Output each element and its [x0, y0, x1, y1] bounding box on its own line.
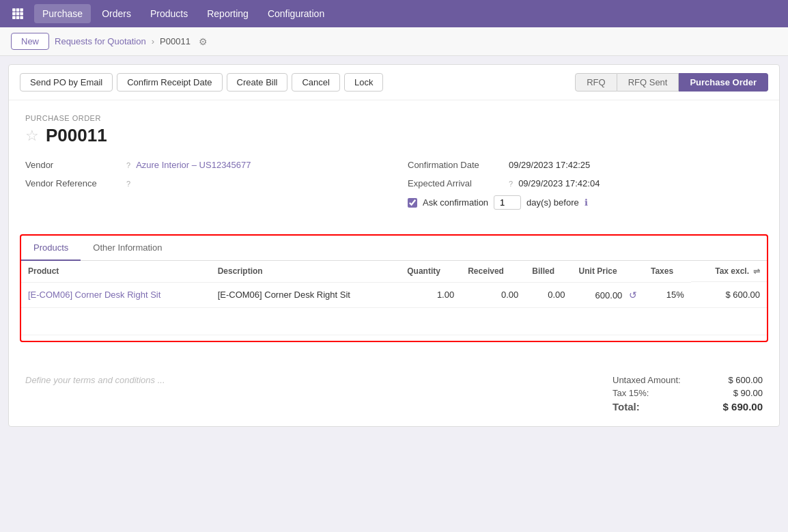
- ask-confirmation-row: Ask confirmation 1 day(s) before ℹ: [408, 195, 763, 210]
- cell-quantity: 1.00: [400, 282, 461, 307]
- svg-rect-1: [16, 8, 20, 12]
- doc-title-row: ☆ P00011: [25, 125, 763, 146]
- svg-rect-7: [16, 16, 20, 19]
- nav-item-purchase[interactable]: Purchase: [34, 4, 91, 23]
- total-label: Total:: [613, 401, 640, 412]
- step-rfq-sent[interactable]: RFQ Sent: [617, 73, 679, 92]
- nav-item-reporting[interactable]: Reporting: [199, 4, 257, 23]
- action-buttons-group: Send PO by Email Confirm Receipt Date Cr…: [20, 73, 383, 92]
- right-fields: Confirmation Date 09/29/2023 17:42:25 Ex…: [408, 160, 763, 210]
- totals-block: Untaxed Amount: $ 600.00 Tax 15%: $ 90.0…: [613, 375, 763, 415]
- confirmation-date-row: Confirmation Date 09/29/2023 17:42:25: [408, 160, 763, 170]
- breadcrumb-bar: New Requests for Quotation › P00011 ⚙: [0, 27, 788, 56]
- days-before-label: day(s) before: [526, 197, 579, 208]
- left-fields: Vendor ? Azure Interior – US12345677 Ven…: [25, 160, 380, 210]
- vendor-ref-help-icon[interactable]: ?: [126, 180, 130, 188]
- breadcrumb-parent[interactable]: Requests for Quotation: [55, 36, 146, 46]
- terms-placeholder: Define your terms and conditions ...: [25, 375, 165, 385]
- step-rfq[interactable]: RFQ: [575, 73, 617, 92]
- vendor-ref-label: Vendor Reference: [25, 178, 121, 188]
- column-settings-icon[interactable]: ⇌: [753, 266, 760, 276]
- tabs-header: Products Other Information: [21, 236, 767, 261]
- step-purchase-order[interactable]: Purchase Order: [679, 73, 768, 92]
- cell-unit-price: 600.00 ↺: [572, 282, 644, 307]
- ask-confirmation-label: Ask confirmation: [423, 197, 488, 208]
- untaxed-label: Untaxed Amount:: [613, 375, 681, 385]
- expected-arrival-row: Expected Arrival ? 09/29/2023 17:42:04: [408, 178, 763, 188]
- svg-rect-0: [12, 8, 16, 12]
- svg-rect-5: [20, 12, 23, 16]
- tax-label: Tax 15%:: [613, 388, 649, 398]
- col-header-taxes: Taxes: [644, 261, 691, 282]
- svg-rect-2: [20, 8, 23, 12]
- send-po-button[interactable]: Send PO by Email: [20, 73, 113, 92]
- lock-button[interactable]: Lock: [344, 73, 383, 92]
- svg-rect-3: [12, 12, 16, 16]
- cell-billed: 0.00: [525, 282, 572, 307]
- tab-products[interactable]: Products: [21, 236, 81, 261]
- app-grid-icon[interactable]: [8, 4, 27, 23]
- cell-tax-excl: $ 600.00: [691, 282, 767, 307]
- new-button[interactable]: New: [11, 33, 49, 50]
- favorite-star-icon[interactable]: ☆: [25, 127, 39, 145]
- ask-confirmation-checkbox[interactable]: [408, 198, 417, 208]
- form-fields-grid: Vendor ? Azure Interior – US12345677 Ven…: [25, 160, 763, 210]
- cell-description: [E-COM06] Corner Desk Right Sit: [211, 282, 401, 307]
- cell-product[interactable]: [E-COM06] Corner Desk Right Sit: [21, 282, 211, 307]
- table-row: [E-COM06] Corner Desk Right Sit [E-COM06…: [21, 282, 767, 307]
- svg-rect-8: [20, 16, 23, 19]
- col-header-received: Received: [461, 261, 525, 282]
- ask-confirmation-days-input[interactable]: 1: [494, 195, 521, 210]
- content-spacer: [9, 353, 779, 364]
- nav-item-orders[interactable]: Orders: [94, 4, 139, 23]
- expected-arrival-value[interactable]: 09/29/2023 17:42:04: [518, 178, 600, 188]
- totals-tax-row: Tax 15%: $ 90.00: [613, 388, 763, 398]
- col-header-billed: Billed: [525, 261, 572, 282]
- confirm-receipt-button[interactable]: Confirm Receipt Date: [117, 73, 222, 92]
- table-spacer-row: [21, 307, 767, 335]
- tabs-section: Products Other Information Product Descr…: [20, 234, 768, 342]
- products-tab-content: Product Description Quantity Received Bi…: [21, 261, 767, 341]
- products-table: Product Description Quantity Received Bi…: [21, 261, 767, 335]
- tab-other-information[interactable]: Other Information: [81, 236, 174, 261]
- vendor-label: Vendor: [25, 160, 121, 170]
- vendor-field-row: Vendor ? Azure Interior – US12345677: [25, 160, 380, 170]
- cell-taxes: 15%: [644, 282, 691, 307]
- top-navigation: Purchase Orders Products Reporting Confi…: [0, 0, 788, 27]
- main-content-card: Send PO by Email Confirm Receipt Date Cr…: [8, 64, 780, 427]
- totals-total-row: Total: $ 690.00: [613, 401, 763, 412]
- cancel-button[interactable]: Cancel: [292, 73, 339, 92]
- cell-received: 0.00: [461, 282, 525, 307]
- vendor-value[interactable]: Azure Interior – US12345677: [136, 160, 251, 170]
- expected-arrival-label: Expected Arrival: [408, 178, 503, 188]
- create-bill-button[interactable]: Create Bill: [227, 73, 288, 92]
- settings-gear-icon[interactable]: ⚙: [199, 36, 208, 47]
- col-header-description: Description: [211, 261, 401, 282]
- terms-area[interactable]: Define your terms and conditions ...: [25, 375, 165, 385]
- breadcrumb-separator: ›: [152, 36, 154, 46]
- nav-item-products[interactable]: Products: [142, 4, 196, 23]
- tax-value: $ 90.00: [733, 388, 763, 398]
- total-value: $ 690.00: [723, 401, 763, 412]
- vendor-ref-field-row: Vendor Reference ?: [25, 178, 380, 188]
- totals-untaxed-row: Untaxed Amount: $ 600.00: [613, 375, 763, 385]
- col-header-product: Product: [21, 261, 211, 282]
- expected-arrival-help-icon[interactable]: ?: [509, 180, 513, 188]
- table-header-row: Product Description Quantity Received Bi…: [21, 261, 767, 282]
- col-header-tax-excl: Tax excl. ⇌: [691, 261, 767, 282]
- action-bar: Send PO by Email Confirm Receipt Date Cr…: [9, 65, 779, 100]
- svg-rect-6: [12, 16, 16, 19]
- ask-confirmation-info-icon[interactable]: ℹ: [585, 197, 588, 208]
- doc-type-label: Purchase Order: [25, 114, 763, 122]
- reset-price-icon[interactable]: ↺: [629, 290, 637, 300]
- vendor-help-icon[interactable]: ?: [126, 161, 130, 169]
- status-steps: RFQ RFQ Sent Purchase Order: [575, 73, 768, 92]
- col-header-unit-price: Unit Price: [572, 261, 644, 282]
- col-header-quantity: Quantity: [400, 261, 461, 282]
- confirmation-date-label: Confirmation Date: [408, 160, 503, 170]
- svg-rect-4: [16, 12, 20, 16]
- doc-number: P00011: [46, 125, 107, 146]
- confirmation-date-value[interactable]: 09/29/2023 17:42:25: [509, 160, 590, 170]
- nav-item-configuration[interactable]: Configuration: [259, 4, 333, 23]
- untaxed-value: $ 600.00: [728, 375, 763, 385]
